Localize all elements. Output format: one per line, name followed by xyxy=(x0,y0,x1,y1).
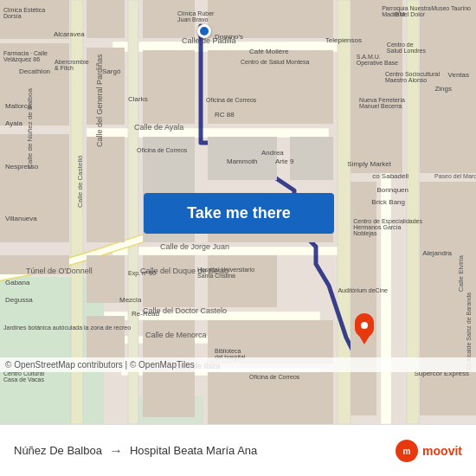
svg-rect-22 xyxy=(87,316,125,363)
svg-rect-4 xyxy=(87,128,329,138)
place-hospital-univ: Hospital UniversitarioSanta Cristina xyxy=(197,267,254,279)
place-co-sabadell: co Sabadell xyxy=(372,172,408,180)
place-alcaravea: Alcaravea xyxy=(54,30,85,38)
end-marker xyxy=(355,313,374,338)
svg-rect-36 xyxy=(351,0,402,173)
place-arte9: Arte 9 xyxy=(275,158,293,165)
place-farmacia: Farmacia · CalleVelázquez 86 xyxy=(3,50,48,62)
place-brick-bang: Brick Bang xyxy=(371,198,405,206)
svg-rect-13 xyxy=(381,173,391,424)
pin-dot xyxy=(361,322,368,329)
street-menorca: Calle de Menorca xyxy=(145,331,207,339)
route-to: Hospital Beata María Ana xyxy=(130,444,257,457)
place-centro-cultural: Centro CulturalCasa de Vacas xyxy=(3,370,44,383)
place-mammoth: Mammoth xyxy=(227,158,258,165)
place-ventas: Ventas xyxy=(448,71,469,79)
svg-rect-20 xyxy=(87,137,125,242)
svg-rect-18 xyxy=(87,0,125,38)
place-parroquia: Parroquia NuestraMadre del Dolor xyxy=(382,5,431,17)
start-marker xyxy=(197,24,211,38)
street-tunnel-odonnell: Túnel de O'Donnell xyxy=(26,267,93,275)
copyright-bar: © OpenStreetMap contributors | © OpenMap… xyxy=(0,357,476,372)
route-from: Núñez De Balboa xyxy=(14,444,102,457)
street-nunez-balboa: Calle de Núñez de Balboa xyxy=(26,88,34,169)
place-simply-market: Simply Market xyxy=(347,160,391,168)
svg-rect-34 xyxy=(290,137,333,180)
place-zings: Zings xyxy=(434,85,452,93)
svg-text:m: m xyxy=(403,447,411,456)
place-ferreteria: Nueva FerreteríaManuel Becerra xyxy=(359,97,405,109)
street-ayala: Calle de Ayala xyxy=(134,123,183,132)
place-rc88: RC 88 xyxy=(215,111,235,119)
place-jardines: Jardines botánica autóculada la zona de … xyxy=(3,325,73,331)
svg-rect-26 xyxy=(143,255,195,307)
place-degussa: Degussa xyxy=(5,296,33,304)
bottom-bar: Núñez De Balboa → Hospital Beata María A… xyxy=(0,424,476,476)
map-container: Calle de Padilla Calle de Ayala Calle de… xyxy=(0,0,476,424)
place-samu: S.A.M.U.Operative Base xyxy=(357,54,398,66)
street-castello: Calle de Castelló xyxy=(76,156,84,208)
place-auditorio: Auditórium deCine xyxy=(338,287,388,293)
moovit-text: moovit xyxy=(422,444,462,458)
place-abercrombie: Abercrombie& Fitch xyxy=(55,59,89,71)
place-mezcla: Mezcla xyxy=(119,296,141,304)
place-reread: Re-Read xyxy=(132,310,159,318)
place-alejandria: Alejandra xyxy=(422,249,452,257)
place-sargo: Sargó xyxy=(102,68,120,75)
svg-rect-16 xyxy=(0,134,69,242)
place-oficina-correos-1: Oficina de Correos xyxy=(206,97,256,103)
place-clarks: Clarks xyxy=(128,95,148,103)
place-ayala: Ayala xyxy=(5,119,23,127)
place-sociocultural: Centro SocioculturalMaestro Alonso xyxy=(385,71,440,83)
place-cs-montesa: Centro de Salud Montesa xyxy=(241,59,309,65)
place-gabana: Gabana xyxy=(5,279,29,286)
pin-body xyxy=(355,313,374,338)
svg-rect-35 xyxy=(208,372,333,424)
place-exp60: Exp. nº 60 xyxy=(128,270,156,276)
place-correos-3: Oficina de Correos xyxy=(249,374,299,380)
place-oficina-correos-2: Oficina de Correos xyxy=(137,147,187,153)
svg-rect-32 xyxy=(208,255,277,307)
svg-rect-37 xyxy=(351,182,376,415)
copyright-text: © OpenStreetMap contributors | © OpenMap… xyxy=(5,360,195,370)
place-villanueva: Villanueva xyxy=(5,215,37,222)
svg-rect-19 xyxy=(87,48,125,125)
place-clinica-estetica: Clínica EstéticaDorsía xyxy=(3,7,45,19)
street-jorge-juan: Calle de Jorge Juan xyxy=(160,242,229,251)
place-decathlon: Decathlon xyxy=(19,68,50,75)
place-dominos: Domino's xyxy=(215,33,243,41)
route-arrow: → xyxy=(109,443,123,459)
place-centro-especialidades: Centro de EspecialidadesHermanos GarcíaN… xyxy=(353,218,422,236)
moovit-icon: m xyxy=(395,439,419,463)
place-nespresso: Nespresso xyxy=(5,163,38,170)
place-borinquen: Borinquen xyxy=(377,186,408,194)
moovit-logo: m moovit xyxy=(395,439,462,463)
place-andrea: Andrea xyxy=(261,149,284,157)
svg-rect-24 xyxy=(143,50,195,124)
place-clinica-ruber: Clínica RuberJuan Bravo xyxy=(177,10,214,23)
street-marques-zafra: Paseo del Marqués de Zafra xyxy=(434,173,469,179)
place-museo-taurino: Museo Taurino xyxy=(431,5,471,11)
place-cs-londres: Centro deSalud Londres xyxy=(387,42,426,54)
street-elviria: Calle Elviria xyxy=(457,255,465,292)
place-mallorca: Mallorca xyxy=(5,102,31,110)
take-me-there-button[interactable]: Take me there xyxy=(144,193,334,234)
place-telepiensos: Telepiensos xyxy=(325,36,362,44)
place-cafe-mollere: Café Mollère xyxy=(249,48,288,55)
